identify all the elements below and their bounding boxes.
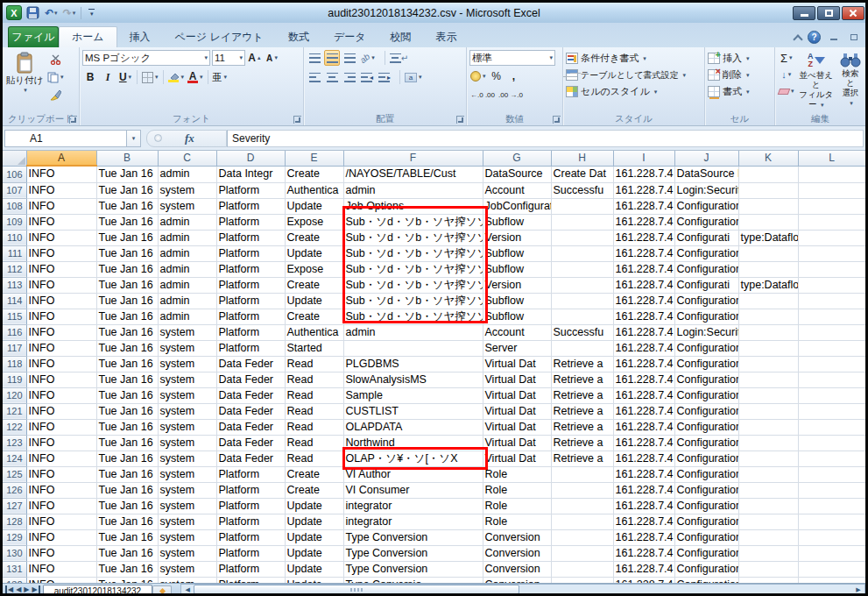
cell[interactable]: integrator xyxy=(343,498,483,514)
cell[interactable]: Conversion xyxy=(483,529,551,545)
cell[interactable]: Platform xyxy=(216,230,285,245)
cell[interactable]: Authentica xyxy=(285,182,343,198)
cell[interactable]: Tue Jan 16 xyxy=(96,387,158,403)
cell[interactable]: 161.228.7.4 xyxy=(613,182,674,198)
cell-styles-button[interactable]: セルのスタイル▾ xyxy=(566,83,702,100)
cell[interactable]: Login:Security xyxy=(674,182,738,198)
copy-button[interactable]: ▾ xyxy=(46,69,65,85)
cell[interactable] xyxy=(738,529,798,545)
cell[interactable]: system xyxy=(158,324,216,340)
cell[interactable]: SlowAnalysisMS xyxy=(343,372,483,387)
cell[interactable]: 161.228.7.4 xyxy=(613,340,674,356)
cell[interactable]: 161.228.7.4 xyxy=(613,514,674,529)
customize-qat-button[interactable]: ▾ xyxy=(86,7,97,19)
cell[interactable]: 161.228.7.4 xyxy=(613,372,674,387)
tab-ページ レイアウト[interactable]: ページ レイアウト xyxy=(163,26,276,47)
cell[interactable]: Create xyxy=(285,277,343,293)
cell[interactable] xyxy=(551,198,613,214)
cell[interactable]: system xyxy=(158,466,216,482)
cell[interactable]: Configuration:Virtual Data Source xyxy=(674,435,738,451)
cell[interactable]: 161.228.7.4 xyxy=(613,277,674,293)
row-header-110[interactable]: 110 xyxy=(3,230,26,245)
cell[interactable]: VI Consumer xyxy=(343,482,483,498)
column-header-I[interactable]: I xyxy=(613,151,674,166)
align-bottom-button[interactable] xyxy=(342,50,357,66)
horizontal-scrollbar[interactable]: ◀ ▶ xyxy=(180,584,865,594)
cell[interactable]: Configuration xyxy=(674,577,738,583)
cell[interactable]: Configuration:Dataflow xyxy=(674,245,738,261)
cell[interactable]: Update xyxy=(285,198,343,214)
cell[interactable]: Configuration:Virtual Data Source xyxy=(674,451,738,466)
cell[interactable]: system xyxy=(158,182,216,198)
cell[interactable]: INFO xyxy=(26,577,96,583)
cell[interactable]: Platform xyxy=(216,309,285,324)
row-header-120[interactable]: 120 xyxy=(3,387,26,403)
cell[interactable]: admin xyxy=(343,182,483,198)
cell[interactable]: Sub・ソd・ソb・ソヤ搾ソソ・ソ・ソ xyxy=(343,277,483,293)
cell[interactable]: Read xyxy=(285,435,343,451)
cell[interactable] xyxy=(738,451,798,466)
cell[interactable]: Virtual Dat xyxy=(483,387,551,403)
row-header-115[interactable]: 115 xyxy=(3,309,26,324)
cell[interactable]: 161.228.7.4 xyxy=(613,261,674,277)
paste-button[interactable]: 貼り付け ▾ xyxy=(5,50,44,103)
tab-データ[interactable]: データ xyxy=(321,26,378,47)
cell[interactable]: system xyxy=(158,545,216,561)
cell[interactable]: Create xyxy=(285,230,343,245)
cell[interactable]: Login:Security xyxy=(674,324,738,340)
cell[interactable]: Sub・ソd・ソb・ソヤ搾ソソ・ソ・ソ xyxy=(343,214,483,230)
cell[interactable]: Tue Jan 16 xyxy=(96,498,158,514)
row-header-125[interactable]: 125 xyxy=(3,466,26,482)
wrap-text-button[interactable]: ↵ xyxy=(389,50,409,66)
cell[interactable]: 161.228.7.4 xyxy=(613,561,674,577)
cell[interactable]: Subflow xyxy=(483,214,551,230)
cell[interactable]: admin xyxy=(343,324,483,340)
cell[interactable]: 161.228.7.4 xyxy=(613,482,674,498)
cell[interactable]: Configuration:Dataflow xyxy=(674,214,738,230)
cell[interactable]: Platform xyxy=(216,293,285,309)
scroll-right-arrow-icon[interactable]: ▶ xyxy=(852,585,864,594)
cell[interactable]: INFO xyxy=(26,561,96,577)
cell[interactable]: 161.228.7.4 xyxy=(613,451,674,466)
underline-button[interactable]: U▾ xyxy=(117,69,133,85)
cell[interactable]: Expose xyxy=(285,261,343,277)
cell[interactable]: Tue Jan 16 xyxy=(96,514,158,529)
cell[interactable] xyxy=(798,309,865,324)
find-select-button[interactable]: 検索と 選択 ▾ xyxy=(837,50,864,110)
cell[interactable]: Read xyxy=(285,419,343,435)
cell[interactable]: Tue Jan 16 xyxy=(96,529,158,545)
cell[interactable]: 161.228.7.4 xyxy=(613,198,674,214)
cell[interactable]: Tue Jan 16 xyxy=(96,198,158,214)
column-header-A[interactable]: A xyxy=(26,151,96,166)
cell[interactable]: Retrieve a xyxy=(551,356,613,372)
insert-function-button[interactable]: fx xyxy=(185,131,194,145)
row-header-108[interactable]: 108 xyxy=(3,198,26,214)
previous-sheet-button[interactable]: ◀ xyxy=(16,585,21,593)
cell[interactable]: Configuration:Dataflow xyxy=(674,293,738,309)
cell[interactable] xyxy=(738,482,798,498)
row-header-117[interactable]: 117 xyxy=(3,340,26,356)
cell[interactable]: 161.228.7.4 xyxy=(613,245,674,261)
cell[interactable] xyxy=(798,340,865,356)
cell[interactable] xyxy=(551,277,613,293)
cell[interactable]: Type Conversion xyxy=(343,529,483,545)
row-header-116[interactable]: 116 xyxy=(3,324,26,340)
cell[interactable] xyxy=(798,561,865,577)
cell[interactable] xyxy=(738,182,798,198)
cell[interactable] xyxy=(738,498,798,514)
scrollbar-track[interactable] xyxy=(519,585,852,594)
cell[interactable]: Virtual Dat xyxy=(483,356,551,372)
cell[interactable] xyxy=(798,577,865,583)
borders-button[interactable]: ▾ xyxy=(141,69,159,85)
row-header-127[interactable]: 127 xyxy=(3,498,26,514)
cell[interactable] xyxy=(738,435,798,451)
column-header-B[interactable]: B xyxy=(96,151,158,166)
cell[interactable] xyxy=(738,324,798,340)
cell[interactable]: Tue Jan 16 xyxy=(96,403,158,419)
cell[interactable]: Virtual Dat xyxy=(483,372,551,387)
tab-表示[interactable]: 表示 xyxy=(423,26,469,47)
cell[interactable]: admin xyxy=(158,245,216,261)
cell[interactable]: Retrieve a xyxy=(551,403,613,419)
cell[interactable]: Type Conversion xyxy=(343,561,483,577)
tab-挿入[interactable]: 挿入 xyxy=(117,26,163,47)
